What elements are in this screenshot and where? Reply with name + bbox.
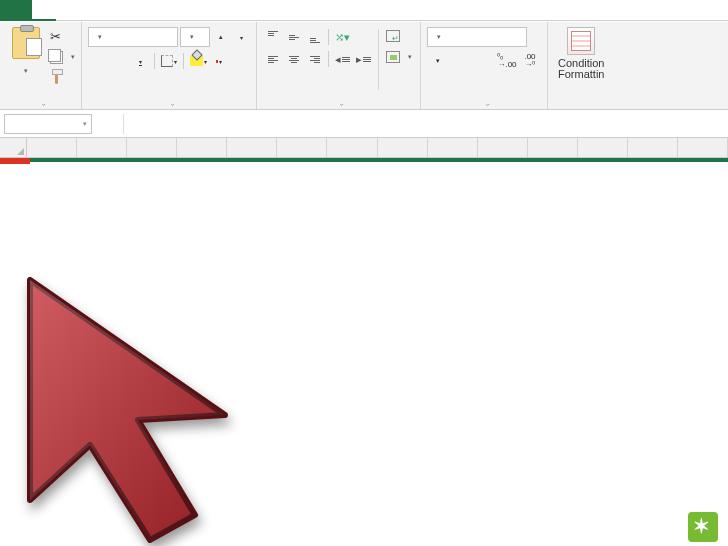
border-icon [161, 55, 173, 67]
scissors-icon: ✂ [50, 29, 64, 43]
group-label-number [425, 94, 543, 109]
bold-button[interactable] [88, 51, 108, 71]
tab-file[interactable] [0, 0, 32, 21]
currency-button[interactable]: ▾ [427, 51, 449, 71]
conditional-formatting-button[interactable]: ConditionFormattin [552, 25, 610, 109]
align-bottom-button[interactable] [305, 27, 325, 47]
format-painter-button[interactable] [50, 69, 75, 87]
comma-button[interactable] [473, 51, 495, 71]
tab-insert[interactable] [56, 0, 80, 21]
annotation-cursor-arrow [20, 270, 300, 546]
border-button[interactable] [159, 51, 179, 71]
selection-border [27, 158, 728, 162]
font-color-icon [216, 60, 218, 63]
increase-font-button[interactable]: ▴ [212, 27, 230, 47]
tab-formulas[interactable] [104, 0, 128, 21]
col-header[interactable] [478, 138, 528, 157]
col-header[interactable] [428, 138, 478, 157]
col-header[interactable] [628, 138, 678, 157]
paste-icon [12, 27, 40, 59]
cut-button[interactable]: ✂ [50, 27, 75, 45]
col-header[interactable] [277, 138, 327, 157]
align-middle-button[interactable] [284, 27, 304, 47]
tab-home[interactable] [32, 0, 56, 21]
font-size-combo[interactable] [180, 27, 210, 47]
wrap-text-button[interactable] [386, 27, 412, 45]
column-headers [0, 138, 728, 158]
merge-icon [386, 51, 400, 63]
font-name-combo[interactable] [88, 27, 178, 47]
align-left-button[interactable] [263, 49, 283, 69]
col-header[interactable] [77, 138, 127, 157]
group-label-font [86, 94, 252, 109]
formula-input[interactable] [123, 114, 728, 134]
tab-view[interactable] [176, 0, 200, 21]
group-styles: ConditionFormattin [548, 22, 614, 109]
name-box[interactable] [4, 114, 92, 134]
fill-color-button[interactable] [188, 51, 208, 71]
number-format-combo[interactable] [427, 27, 527, 47]
group-label-clipboard [4, 94, 77, 109]
orientation-button[interactable]: ⤮▾ [332, 27, 352, 47]
paste-label [24, 63, 28, 75]
col-header[interactable] [227, 138, 277, 157]
font-color-button[interactable] [209, 51, 229, 71]
col-header[interactable] [528, 138, 578, 157]
copy-button[interactable]: ▾ [50, 48, 75, 66]
group-label-alignment [261, 94, 416, 109]
wrap-icon [386, 30, 400, 42]
conditional-formatting-icon [567, 27, 595, 55]
tab-page-layout[interactable] [80, 0, 104, 21]
col-header[interactable] [27, 138, 77, 157]
merge-center-button[interactable]: ▾ [386, 48, 412, 66]
decrease-font-button[interactable]: ▾ [232, 27, 250, 47]
increase-indent-button[interactable]: ▸ [353, 49, 373, 69]
select-all-corner[interactable] [0, 138, 27, 157]
watermark-icon [688, 512, 718, 542]
fill-icon [190, 56, 203, 66]
conditional-formatting-label: ConditionFormattin [558, 58, 604, 80]
col-header[interactable] [177, 138, 227, 157]
worksheet-grid[interactable] [0, 138, 728, 158]
copy-icon [50, 51, 63, 64]
col-header[interactable] [578, 138, 628, 157]
formula-bar [0, 110, 728, 138]
decrease-indent-button[interactable]: ◂ [332, 49, 352, 69]
percent-button[interactable] [450, 51, 472, 71]
increase-decimal-button[interactable]: ⁰₀→.00 [496, 51, 518, 71]
group-font: ▴ ▾ [82, 22, 257, 109]
watermark [688, 505, 722, 542]
brush-icon [55, 72, 58, 84]
decrease-decimal-button[interactable]: .00→⁰ [519, 51, 541, 71]
tab-review[interactable] [152, 0, 176, 21]
italic-button[interactable] [109, 51, 129, 71]
align-top-button[interactable] [263, 27, 283, 47]
col-header[interactable] [678, 138, 728, 157]
align-right-button[interactable] [305, 49, 325, 69]
group-alignment: ⤮▾ ◂ ▸ ▾ [257, 22, 421, 109]
ribbon-tabs [0, 0, 728, 22]
selection-count-tooltip [0, 158, 6, 160]
col-header[interactable] [327, 138, 377, 157]
paste-button[interactable] [4, 25, 48, 94]
group-number: ▾ ⁰₀→.00 .00→⁰ [421, 22, 548, 109]
underline-button[interactable] [130, 51, 150, 71]
tab-data[interactable] [128, 0, 152, 21]
group-clipboard: ✂ ▾ [0, 22, 82, 109]
align-center-button[interactable] [284, 49, 304, 69]
col-header[interactable] [378, 138, 428, 157]
ribbon: ✂ ▾ ▴ ▾ [0, 22, 728, 110]
col-header[interactable] [127, 138, 177, 157]
